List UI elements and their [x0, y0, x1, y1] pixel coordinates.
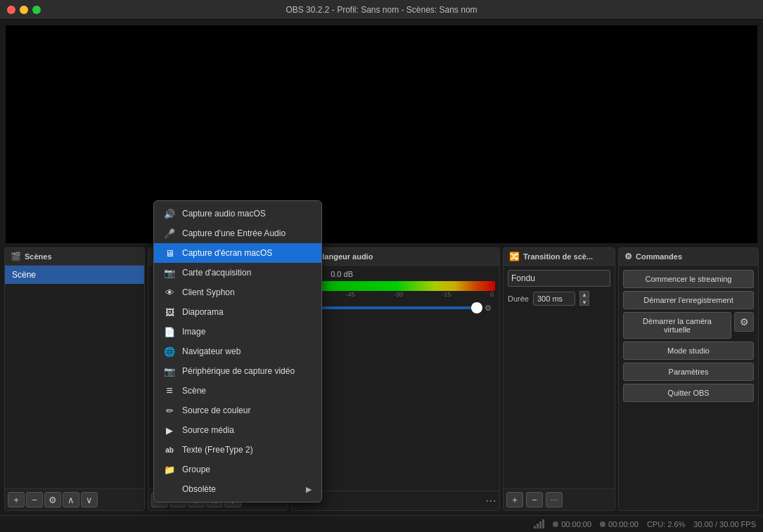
scene-item[interactable]: Scène	[5, 266, 144, 284]
menu-item-source-couleur[interactable]: ✏ Source de couleur	[154, 401, 321, 420]
transition-panel-title: Transition de scè...	[523, 252, 593, 261]
scene-up-button[interactable]: ∧	[63, 492, 79, 507]
menu-item-obsolete[interactable]: Obsolète ▶	[154, 479, 321, 499]
remove-transition-button[interactable]: −	[526, 492, 543, 507]
capture-audio-icon: 🔊	[164, 208, 175, 219]
duration-input[interactable]	[533, 292, 575, 306]
minimize-button[interactable]	[20, 6, 28, 14]
streaming-time-value: 00:00:00	[608, 520, 639, 528]
preview-area	[6, 25, 757, 243]
media-icon: ▶	[164, 424, 175, 436]
scene-down-button[interactable]: ∨	[81, 492, 98, 507]
duration-up[interactable]: ▲	[579, 291, 589, 298]
menu-item-label-media: Source média	[182, 425, 312, 435]
capture-ecran-icon: 🖥	[164, 247, 175, 259]
transition-buttons: + − ⋯	[504, 488, 615, 510]
scenes-toolbar: + − ⚙ ∧ ∨	[5, 488, 144, 510]
mixer-content: ux 0.0 dB -60 -45 -30 -15 0 🔊	[292, 266, 499, 491]
menu-item-capture-ecran[interactable]: 🖥 Capture d'écran macOS	[154, 243, 321, 263]
quit-button[interactable]: Quitter OBS	[623, 384, 754, 402]
start-streaming-button[interactable]: Commencer le streaming	[623, 270, 754, 288]
volume-slider-thumb	[471, 302, 482, 313]
mixer-btn-row: ⋯	[292, 491, 499, 510]
duration-label: Durée	[508, 294, 529, 303]
menu-item-carte-acquisition[interactable]: 📷 Carte d'acquisition	[154, 263, 321, 283]
web-icon: 🌐	[164, 346, 175, 357]
groupe-icon: 📁	[164, 464, 175, 475]
status-bar: 00:00:00 00:00:00 CPU: 2.6% 30.00 / 30.0…	[0, 515, 763, 532]
maximize-button[interactable]	[32, 6, 41, 14]
menu-item-texte-freetype[interactable]: ab Texte (FreeType 2)	[154, 440, 321, 460]
studio-mode-button[interactable]: Mode studio	[623, 342, 754, 360]
capture-entree-icon: 🎤	[164, 228, 175, 239]
menu-item-image[interactable]: 📄 Image	[154, 322, 321, 342]
settings-icon[interactable]: ⚙	[481, 301, 495, 315]
remove-scene-button[interactable]: −	[26, 492, 43, 507]
streaming-dot	[600, 521, 605, 527]
menu-item-label-obsolete: Obsolète	[182, 484, 299, 494]
duration-row: Durée ▲ ▼	[508, 291, 610, 306]
menu-item-label-texte: Texte (FreeType 2)	[182, 445, 312, 455]
scenes-icon: 🎬	[11, 252, 21, 261]
peripherique-icon: 📷	[164, 365, 175, 377]
scenes-list: Scène	[5, 266, 144, 488]
add-transition-button[interactable]: +	[506, 492, 523, 507]
menu-item-label-ecran: Capture d'écran macOS	[182, 248, 312, 258]
duration-spinner[interactable]: ▲ ▼	[579, 291, 589, 306]
menu-item-label-scene: Scène	[182, 386, 312, 396]
obsolete-icon	[164, 484, 175, 495]
menu-item-label-capture-audio: Capture audio macOS	[182, 209, 312, 219]
commands-panel-title: Commandes	[636, 252, 682, 261]
commands-panel: ⚙ Commandes Commencer le streaming Démar…	[618, 247, 759, 511]
diaporama-icon: 🖼	[164, 306, 175, 318]
transition-more-button[interactable]: ⋯	[546, 492, 563, 507]
scenes-panel-header: 🎬 Scènes	[5, 248, 144, 266]
scene-settings-button[interactable]: ⚙	[44, 492, 61, 507]
menu-item-groupe[interactable]: 📁 Groupe	[154, 460, 321, 479]
bottom-section: 🎬 Scènes Scène + − ⚙ ∧ ∨ 📋 Aucune source…	[0, 243, 763, 515]
texte-icon: ab	[164, 444, 175, 455]
app-title: OBS 30.2.2 - Profil: Sans nom - Scènes: …	[286, 5, 477, 15]
menu-item-capture-entree-audio[interactable]: 🎤 Capture d'une Entrée Audio	[154, 223, 321, 243]
signal-icon	[534, 519, 544, 528]
menu-item-capture-audio-macos[interactable]: 🔊 Capture audio macOS	[154, 204, 321, 223]
couleur-icon: ✏	[164, 405, 175, 416]
title-bar: OBS 30.2.2 - Profil: Sans nom - Scènes: …	[0, 0, 763, 20]
volume-slider-row: 🔊 ⚙	[296, 301, 495, 315]
streaming-time: 00:00:00	[600, 520, 639, 528]
volume-slider[interactable]	[314, 306, 477, 309]
traffic-lights	[7, 6, 41, 14]
scene-menu-icon: ≡	[164, 385, 175, 396]
mixer-panel: 🔊 Mélangeur audio ux 0.0 dB -60 -45 -30 …	[291, 247, 500, 511]
transition-panel: 🔀 Transition de scè... Fondu Durée ▲ ▼ +	[503, 247, 615, 511]
scenes-panel: 🎬 Scènes Scène + − ⚙ ∧ ∨	[4, 247, 145, 511]
transition-type-select[interactable]: Fondu	[508, 270, 610, 287]
settings-button[interactable]: Paramètres	[623, 363, 754, 381]
mixer-more-button[interactable]: ⋯	[485, 494, 496, 507]
recording-dot	[553, 521, 558, 527]
menu-item-label-entree-audio: Capture d'une Entrée Audio	[182, 228, 312, 238]
menu-item-peripherique-video[interactable]: 📷 Périphérique de capture vidéo	[154, 361, 321, 381]
menu-item-label-carte: Carte d'acquisition	[182, 268, 312, 278]
start-recording-button[interactable]: Démarrer l'enregistrement	[623, 291, 754, 309]
transition-panel-header: 🔀 Transition de scè...	[504, 248, 615, 266]
syphon-icon: 👁	[164, 287, 175, 298]
menu-item-scene[interactable]: ≡ Scène	[154, 381, 321, 401]
start-virtual-cam-button[interactable]: Démarrer la caméra virtuelle	[623, 312, 731, 339]
mixer-panel-header: 🔊 Mélangeur audio	[292, 248, 499, 266]
image-icon: 📄	[164, 326, 175, 337]
menu-item-source-media[interactable]: ▶ Source média	[154, 420, 321, 440]
meter-bar	[296, 281, 495, 291]
context-menu: 🔊 Capture audio macOS 🎤 Capture d'une En…	[153, 200, 322, 502]
menu-item-client-syphon[interactable]: 👁 Client Syphon	[154, 283, 321, 302]
fps-label: 30.00 / 30.00 FPS	[693, 520, 756, 528]
add-scene-button[interactable]: +	[8, 492, 25, 507]
close-button[interactable]	[7, 6, 15, 14]
menu-item-navigateur-web[interactable]: 🌐 Navigateur web	[154, 342, 321, 361]
carte-icon: 📷	[164, 267, 175, 278]
recording-time-value: 00:00:00	[561, 520, 591, 528]
virtual-cam-settings-button[interactable]: ⚙	[734, 312, 754, 332]
duration-down[interactable]: ▼	[579, 299, 589, 306]
virtual-cam-row: Démarrer la caméra virtuelle ⚙	[623, 312, 754, 339]
menu-item-diaporama[interactable]: 🖼 Diaporama	[154, 302, 321, 322]
